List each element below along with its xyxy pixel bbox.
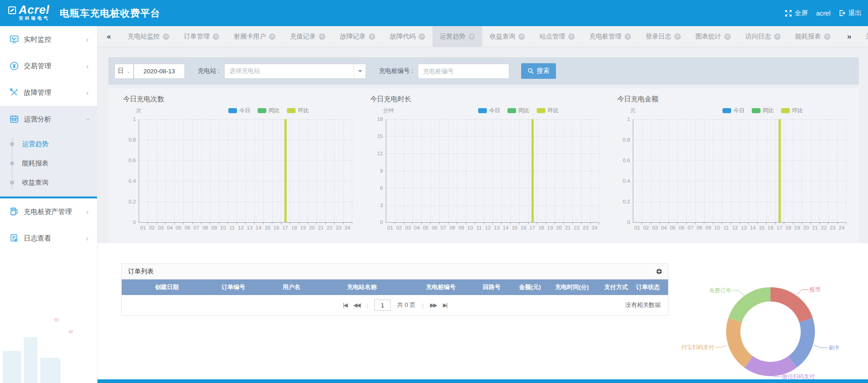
tab-close-icon[interactable]: × (163, 33, 169, 40)
column-header-订单编号: 订单编号 (197, 283, 270, 291)
tab-运营趋势[interactable]: 运营趋势× (432, 26, 482, 47)
chart-title: 今日充电时长 (370, 95, 602, 104)
bullet-icon (10, 161, 14, 165)
sidebar-item-故障管理[interactable]: 故障管理‹ (0, 79, 97, 106)
tab-close-icon[interactable]: × (213, 33, 219, 40)
tab-充电站监控[interactable]: 充电站监控× (120, 26, 177, 47)
tab-list: 充电站监控×订单管理×射频卡用户×充值记录×故障记录×故障代码×运营趋势×收益查… (120, 26, 838, 47)
tabs-scroll-right-icon[interactable]: » (838, 32, 861, 41)
sidebar-item-交易管理[interactable]: 交易管理‹ (0, 53, 97, 79)
plot-area: 00.20.40.60.81 (139, 119, 352, 223)
station-select[interactable]: 选择充电站 (224, 64, 366, 79)
close-operations-menu[interactable]: 关闭操作 (861, 33, 868, 41)
tab-close-icon[interactable]: × (419, 33, 425, 40)
tab-close-icon[interactable]: × (369, 33, 375, 40)
charging-pile-icon (9, 207, 19, 217)
sidebar-subitem-收益查询[interactable]: 收益查询 (0, 173, 97, 192)
tab-能耗报表[interactable]: 能耗报表× (788, 26, 838, 47)
period-select[interactable]: 日 ⌄ (114, 64, 134, 79)
fullscreen-icon (785, 10, 792, 17)
tab-访问日志[interactable]: 访问日志× (738, 26, 788, 47)
tab-close-icon[interactable]: × (774, 33, 781, 40)
sidebar-item-充电桩资产管理[interactable]: 充电桩资产管理‹ (0, 198, 97, 225)
legend-item-环比[interactable]: 环比 (287, 107, 309, 115)
sidebar-item-日志查看[interactable]: 日志查看‹ (0, 225, 97, 252)
tab-收益查询[interactable]: 收益查询× (482, 26, 532, 47)
chevron-icon: ‹ (86, 36, 89, 44)
sidebar-subitem-运营趋势[interactable]: 运营趋势 (0, 134, 97, 153)
tab-close-icon[interactable]: × (824, 33, 830, 40)
legend-item-环比[interactable]: 环比 (537, 107, 559, 115)
tab-label: 运营趋势 (440, 33, 465, 41)
chevron-icon: ‹ (86, 208, 89, 216)
tab-故障代码[interactable]: 故障代码× (383, 26, 432, 47)
dropdown-arrow-icon[interactable] (354, 64, 366, 78)
tab-label: 充电桩管理 (589, 33, 621, 41)
tab-射频卡用户[interactable]: 射频卡用户× (226, 26, 283, 47)
next-page-icon[interactable]: ▶▶ (430, 302, 437, 308)
last-page-icon[interactable]: ▶| (443, 302, 447, 308)
gear-icon[interactable] (656, 268, 663, 275)
tab-close-icon[interactable]: × (469, 33, 475, 40)
chart-legend: 今日同比环比 (437, 107, 559, 115)
tab-close-icon[interactable]: × (568, 33, 575, 40)
legend-item-今日[interactable]: 今日 (228, 107, 250, 115)
pile-number-input[interactable] (418, 64, 509, 79)
tab-订单管理[interactable]: 订单管理× (177, 26, 226, 47)
legend-item-今日[interactable]: 今日 (478, 107, 500, 115)
tab-close-icon[interactable]: × (674, 33, 681, 40)
fullscreen-button[interactable]: 全屏 (785, 9, 808, 17)
page-title: 电瓶车充电桩收费平台 (60, 7, 161, 20)
tab-label: 故障记录 (340, 33, 366, 41)
legend-item-今日[interactable]: 今日 (722, 107, 744, 115)
donut-segment-付宝扫码支付 (733, 320, 749, 362)
legend-item-同比[interactable]: 同比 (258, 107, 280, 115)
tab-登录日志[interactable]: 登录日志× (638, 26, 688, 47)
chevron-icon: ‹ (84, 118, 92, 120)
tab-close-icon[interactable]: × (319, 33, 325, 40)
tab-close-icon[interactable]: × (269, 33, 275, 40)
search-button[interactable]: 搜索 (521, 63, 556, 79)
sidebar-item-运营分析[interactable]: 运营分析‹ (0, 106, 97, 132)
tab-label: 登录日志 (646, 33, 671, 41)
bar-环比-17 (778, 119, 781, 222)
legend-item-同比[interactable]: 同比 (507, 107, 529, 115)
column-header-支付方式: 支付方式 (596, 283, 636, 291)
donut-label-刷卡: 刷卡 (829, 345, 840, 351)
y-axis-unit: 次 (136, 107, 141, 115)
tab-图表统计[interactable]: 图表统计× (688, 26, 738, 47)
tab-故障记录[interactable]: 故障记录× (333, 26, 383, 47)
sidebar-subitem-能耗报表[interactable]: 能耗报表 (0, 153, 97, 173)
chart-legend: 今日同比环比 (187, 107, 309, 115)
first-page-icon[interactable]: |◀ (343, 302, 347, 308)
payment-donut-chart: 投币刷卡微信扫码支付付宝扫码支付免费订单 (669, 243, 868, 380)
prev-page-icon[interactable]: ◀◀ (353, 302, 360, 308)
username-link[interactable]: acrel (816, 10, 830, 17)
sidebar-decoration (0, 314, 97, 383)
chart-今日充电次数: 今日充电次数次今日同比环比00.20.40.60.810102030405060… (113, 95, 360, 243)
tab-close-icon[interactable]: × (724, 33, 731, 40)
pile-number-label: 充电桩编号 : (379, 67, 413, 75)
tab-label: 充电站监控 (128, 33, 160, 41)
legend-item-同比[interactable]: 同比 (752, 107, 774, 115)
tab-label: 故障代码 (390, 33, 415, 41)
tab-label: 充值记录 (290, 33, 316, 41)
donut-label-免费订单: 免费订单 (709, 287, 731, 294)
tab-close-icon[interactable]: × (518, 33, 525, 40)
page-number-input[interactable] (374, 300, 391, 311)
date-input[interactable]: 2020-08-13 (134, 64, 185, 79)
station-label: 充电站 : (198, 67, 220, 75)
tab-close-icon[interactable]: × (625, 33, 631, 40)
column-header-充电桩编号: 充电桩编号 (410, 283, 471, 291)
tabs-scroll-left-icon[interactable]: « (97, 26, 120, 47)
tab-充电桩管理[interactable]: 充电桩管理× (582, 26, 638, 47)
sidebar-item-实时监控[interactable]: 实时监控‹ (0, 26, 97, 53)
tab-充值记录[interactable]: 充值记录× (283, 26, 333, 47)
legend-item-环比[interactable]: 环比 (781, 107, 803, 115)
sidebar-item-label: 充电桩资产管理 (24, 208, 72, 216)
bullet-icon (10, 181, 14, 185)
logout-button[interactable]: 退出 (839, 9, 862, 17)
chevron-icon: ‹ (86, 235, 89, 242)
orders-panel: 订单列表 创建日期订单编号用户名充电站名称充电桩编号回路号金额(元)充电时间(分… (121, 263, 669, 316)
tab-站点管理[interactable]: 站点管理× (532, 26, 582, 47)
